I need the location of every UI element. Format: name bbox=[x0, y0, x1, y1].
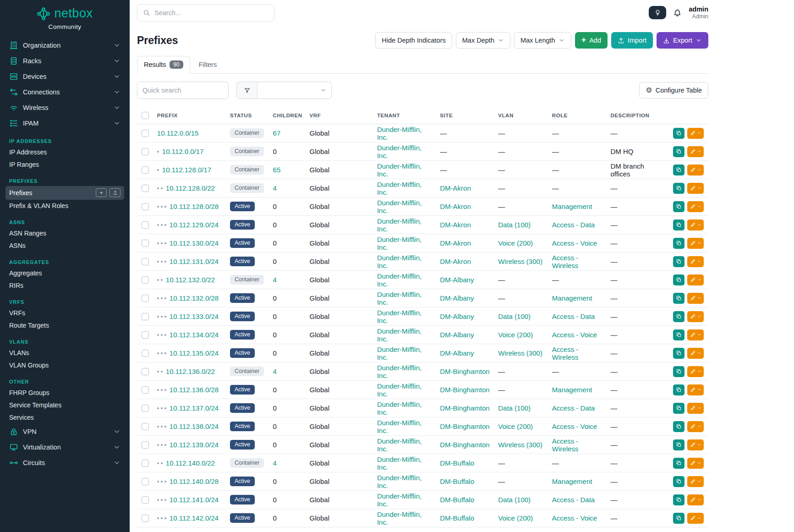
configure-table-button[interactable]: ⚙ Configure Table bbox=[639, 82, 708, 99]
tenant-link[interactable]: Dunder-Mifflin, Inc. bbox=[377, 291, 422, 306]
site-link[interactable]: DM-Akron bbox=[440, 221, 471, 229]
prefix-link[interactable]: 10.112.142.0/24 bbox=[170, 514, 219, 522]
site-link[interactable]: DM-Albany bbox=[440, 313, 474, 320]
tenant-link[interactable]: Dunder-Mifflin, Inc. bbox=[377, 455, 422, 471]
sidebar-item-rirs[interactable]: RIRs bbox=[5, 280, 124, 292]
filter-button[interactable] bbox=[236, 82, 257, 99]
site-link[interactable]: DM-Binghamton bbox=[440, 386, 489, 394]
user-menu[interactable]: admin Admin bbox=[689, 5, 708, 20]
row-checkbox[interactable] bbox=[142, 258, 149, 265]
edit-button[interactable] bbox=[687, 201, 704, 212]
row-checkbox[interactable] bbox=[142, 478, 149, 485]
vlan-link[interactable]: Voice (200) bbox=[498, 331, 533, 339]
prefix-link[interactable]: 10.112.139.0/24 bbox=[170, 441, 219, 449]
tenant-link[interactable]: Dunder-Mifflin, Inc. bbox=[377, 217, 422, 233]
prefix-link[interactable]: 10.112.136.0/22 bbox=[166, 367, 215, 375]
role-link[interactable]: Management bbox=[552, 386, 592, 394]
copy-button[interactable] bbox=[673, 256, 684, 267]
prefix-link[interactable]: 10.112.0.0/15 bbox=[157, 129, 199, 137]
tenant-link[interactable]: Dunder-Mifflin, Inc. bbox=[377, 474, 422, 489]
children-count[interactable]: 4 bbox=[273, 367, 277, 375]
site-link[interactable]: DM-Albany bbox=[440, 276, 474, 284]
edit-button[interactable] bbox=[687, 146, 704, 157]
copy-button[interactable] bbox=[673, 311, 684, 322]
tenant-link[interactable]: Dunder-Mifflin, Inc. bbox=[377, 364, 422, 379]
tenant-link[interactable]: Dunder-Mifflin, Inc. bbox=[377, 327, 422, 343]
copy-button[interactable] bbox=[673, 219, 684, 230]
copy-button[interactable] bbox=[673, 293, 684, 304]
sidebar-item-racks[interactable]: Racks bbox=[5, 53, 124, 69]
prefix-link[interactable]: 10.112.132.0/28 bbox=[170, 294, 219, 302]
site-link[interactable]: DM-Binghamton bbox=[440, 441, 489, 449]
role-link[interactable]: Access - Data bbox=[552, 313, 595, 320]
vlan-link[interactable]: Wireless (300) bbox=[498, 258, 542, 265]
sidebar-item-prefixes[interactable]: Prefixes + bbox=[5, 186, 124, 200]
copy-button[interactable] bbox=[673, 421, 684, 432]
sidebar-item-wireless[interactable]: Wireless bbox=[5, 100, 124, 115]
prefix-link[interactable]: 10.112.0.0/17 bbox=[162, 148, 204, 155]
edit-button[interactable] bbox=[687, 165, 704, 176]
vlan-link[interactable]: Data (100) bbox=[498, 313, 531, 320]
quick-search-input[interactable] bbox=[137, 82, 229, 99]
edit-button[interactable] bbox=[687, 458, 704, 469]
prefix-link[interactable]: 10.112.137.0/24 bbox=[170, 404, 219, 412]
role-link[interactable]: Access - Voice bbox=[552, 239, 597, 247]
row-checkbox[interactable] bbox=[142, 496, 149, 504]
edit-button[interactable] bbox=[687, 403, 704, 414]
select-all-checkbox[interactable] bbox=[142, 112, 149, 119]
sidebar-item-circuits[interactable]: Circuits bbox=[5, 455, 124, 471]
role-link[interactable]: Access - Voice bbox=[552, 514, 597, 522]
edit-button[interactable] bbox=[687, 439, 704, 450]
row-checkbox[interactable] bbox=[142, 386, 149, 394]
site-link[interactable]: DM-Akron bbox=[440, 184, 471, 192]
sidebar-item-aggregates[interactable]: Aggregates bbox=[5, 267, 124, 280]
edit-button[interactable] bbox=[687, 256, 704, 267]
role-link[interactable]: Management bbox=[552, 294, 592, 302]
row-checkbox[interactable] bbox=[142, 441, 149, 449]
row-checkbox[interactable] bbox=[142, 203, 149, 210]
sidebar-item-asn-ranges[interactable]: ASN Ranges bbox=[5, 227, 124, 240]
sidebar-item-route-targets[interactable]: Route Targets bbox=[5, 319, 124, 332]
sidebar-item-ip-ranges[interactable]: IP Ranges bbox=[5, 159, 124, 171]
tenant-link[interactable]: Dunder-Mifflin, Inc. bbox=[377, 437, 422, 453]
copy-button[interactable] bbox=[673, 238, 684, 249]
copy-button[interactable] bbox=[673, 146, 684, 157]
prefix-link[interactable]: 10.112.130.0/24 bbox=[170, 239, 219, 247]
role-link[interactable]: Access - Wireless bbox=[552, 346, 579, 361]
tenant-link[interactable]: Dunder-Mifflin, Inc. bbox=[377, 346, 422, 361]
tenant-link[interactable]: Dunder-Mifflin, Inc. bbox=[377, 162, 422, 178]
vlan-link[interactable]: Data (100) bbox=[498, 221, 531, 229]
prefix-link[interactable]: 10.112.140.0/22 bbox=[166, 459, 215, 467]
vlan-link[interactable]: Voice (200) bbox=[498, 239, 533, 247]
children-count[interactable]: 65 bbox=[273, 166, 281, 174]
sidebar-item-organization[interactable]: Organization bbox=[5, 38, 124, 53]
prefix-link[interactable]: 10.112.128.0/17 bbox=[162, 166, 211, 174]
vlan-link[interactable]: Wireless (300) bbox=[498, 441, 542, 449]
tenant-link[interactable]: Dunder-Mifflin, Inc. bbox=[377, 144, 422, 159]
tenant-link[interactable]: Dunder-Mifflin, Inc. bbox=[377, 236, 422, 251]
role-link[interactable]: Access - Wireless bbox=[552, 254, 579, 269]
prefix-link[interactable]: 10.112.134.0/24 bbox=[170, 331, 219, 339]
row-checkbox[interactable] bbox=[142, 276, 149, 284]
row-checkbox[interactable] bbox=[142, 350, 149, 357]
export-button[interactable]: Export bbox=[657, 32, 708, 49]
global-search-input[interactable] bbox=[154, 9, 268, 16]
max-depth-dropdown[interactable]: Max Depth bbox=[456, 32, 510, 49]
copy-button[interactable] bbox=[673, 165, 684, 176]
site-link[interactable]: DM-Albany bbox=[440, 294, 474, 302]
site-link[interactable]: DM-Akron bbox=[440, 239, 471, 247]
site-link[interactable]: DM-Buffalo bbox=[440, 496, 474, 504]
sidebar-item-ip-addresses[interactable]: IP Addresses bbox=[5, 146, 124, 159]
role-link[interactable]: Access - Data bbox=[552, 496, 595, 504]
site-link[interactable]: DM-Akron bbox=[440, 258, 471, 265]
edit-button[interactable] bbox=[687, 293, 704, 304]
copy-button[interactable] bbox=[673, 384, 684, 395]
prefix-link[interactable]: 10.112.128.0/28 bbox=[170, 203, 219, 210]
copy-button[interactable] bbox=[673, 201, 684, 212]
sidebar-item-virtualization[interactable]: Virtualization bbox=[5, 439, 124, 455]
edit-button[interactable] bbox=[687, 348, 704, 359]
global-search[interactable] bbox=[137, 4, 274, 22]
row-checkbox[interactable] bbox=[142, 515, 149, 522]
sidebar-item-fhrp-groups[interactable]: FHRP Groups bbox=[5, 387, 124, 399]
theme-toggle-button[interactable] bbox=[649, 6, 666, 19]
